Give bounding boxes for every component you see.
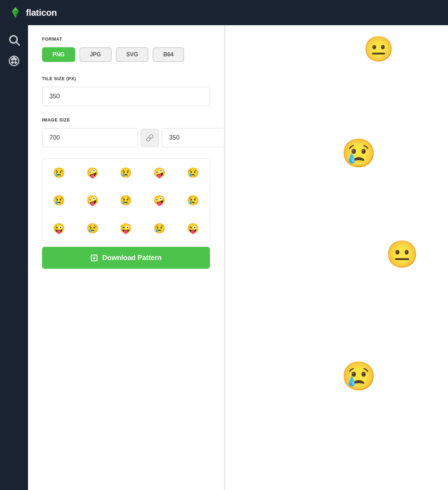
- pattern-emoji-cell: 😢: [42, 159, 76, 187]
- pattern-grid: 😢🤪😢🤪😢😢🤪😢🤪😢😜😢😜😢😜: [42, 159, 210, 242]
- floating-emoji-2: 😐: [386, 239, 419, 270]
- palette-icon[interactable]: [8, 55, 20, 67]
- pattern-emoji-cell: 😢: [109, 187, 143, 214]
- pattern-emoji-cell: 😜: [42, 215, 76, 242]
- format-btn-jpg[interactable]: JPG: [79, 47, 112, 62]
- logo: flaticon: [8, 6, 57, 20]
- image-height-input[interactable]: [162, 128, 224, 147]
- floating-emoji-0: 😐: [363, 35, 394, 63]
- pattern-emoji-cell: 😢: [42, 187, 76, 214]
- image-size-inputs: [42, 128, 210, 147]
- pattern-emoji-cell: 😢: [176, 159, 210, 187]
- floating-emoji-3: 😢: [341, 360, 376, 393]
- main-layout: FORMAT PNG JPG SVG B64 TILE SIZE (PX) IM…: [0, 25, 448, 490]
- svg-point-11: [13, 57, 15, 59]
- floating-emoji-1: 😢: [341, 137, 376, 170]
- logo-text: flaticon: [26, 7, 57, 18]
- download-icon: [90, 254, 98, 262]
- search-icon[interactable]: [8, 34, 20, 46]
- pattern-emoji-cell: 🤪: [76, 187, 110, 214]
- image-width-input[interactable]: [42, 128, 138, 147]
- pattern-emoji-cell: 😢: [109, 159, 143, 187]
- pattern-emoji-cell: 🤪: [76, 159, 110, 187]
- format-btn-svg[interactable]: SVG: [116, 47, 149, 62]
- pattern-emoji-cell: 😢: [76, 215, 110, 242]
- link-ratio-button[interactable]: [141, 129, 159, 147]
- format-btn-png[interactable]: PNG: [42, 47, 75, 62]
- pattern-emoji-cell: 🤪: [143, 187, 176, 214]
- tile-size-section: TILE SIZE (PX): [42, 76, 210, 106]
- header: flaticon: [0, 0, 448, 25]
- format-section: FORMAT PNG JPG SVG B64: [42, 36, 210, 62]
- pattern-emoji-cell: 😜: [176, 215, 210, 242]
- download-pattern-button[interactable]: Download Pattern: [42, 247, 210, 269]
- format-buttons: PNG JPG SVG B64: [42, 47, 210, 62]
- pattern-emoji-cell: 🤪: [143, 159, 176, 187]
- pattern-preview: 😢🤪😢🤪😢😢🤪😢🤪😢😜😢😜😢😜: [42, 159, 210, 243]
- format-btn-b64[interactable]: B64: [153, 47, 184, 62]
- pattern-emoji-cell: 😢: [176, 187, 210, 214]
- sidebar: [0, 25, 28, 490]
- pattern-emoji-cell: 😢: [143, 215, 176, 242]
- svg-point-10: [15, 62, 16, 63]
- download-button-label: Download Pattern: [102, 254, 162, 262]
- flaticon-logo-icon: [8, 6, 22, 20]
- pattern-emoji-cell: 😜: [109, 215, 143, 242]
- image-size-section: IMAGE SIZE: [42, 117, 210, 147]
- svg-point-9: [12, 62, 13, 63]
- right-preview-area: 😐😢😐😢: [225, 25, 448, 490]
- svg-line-5: [16, 42, 19, 45]
- tile-size-input[interactable]: [42, 87, 210, 106]
- tile-size-label: TILE SIZE (PX): [42, 76, 210, 81]
- format-label: FORMAT: [42, 36, 210, 42]
- image-size-label: IMAGE SIZE: [42, 117, 210, 122]
- content-panel: FORMAT PNG JPG SVG B64 TILE SIZE (PX) IM…: [28, 25, 224, 490]
